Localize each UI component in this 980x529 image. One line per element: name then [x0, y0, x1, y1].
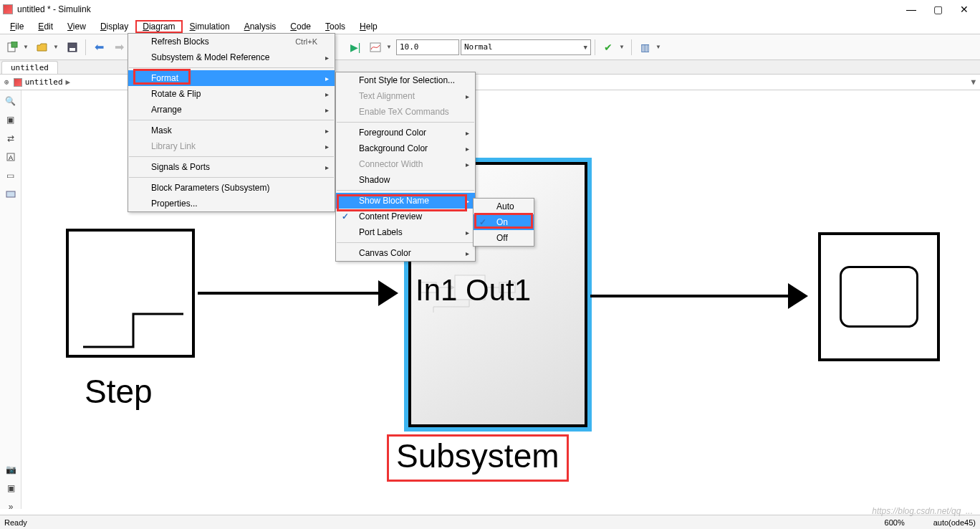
- toolbar-separator: [631, 39, 632, 55]
- subsystem-block-label[interactable]: Subsystem: [387, 434, 569, 482]
- zoom-tool-icon[interactable]: 🔍: [4, 95, 17, 108]
- menu-file[interactable]: File: [3, 20, 31, 33]
- simulation-mode-select[interactable]: Normal▼: [461, 39, 591, 55]
- step-block[interactable]: [66, 229, 195, 358]
- menu-code[interactable]: Code: [283, 20, 318, 33]
- svg-rect-7: [6, 191, 15, 197]
- menu-item-subsystem-model-reference[interactable]: Subsystem & Model Reference: [128, 49, 335, 65]
- image-tool-icon[interactable]: ▭: [4, 169, 17, 182]
- expand-panel-icon[interactable]: »: [4, 500, 17, 513]
- menu-item-canvas-color[interactable]: Canvas Color: [336, 245, 475, 261]
- menu-item-properties-[interactable]: Properties...: [128, 196, 335, 211]
- simulation-mode-label: Normal: [464, 42, 493, 52]
- simulation-time-input[interactable]: [396, 39, 459, 55]
- new-model-button[interactable]: [3, 38, 21, 57]
- window-controls: — ▢ ✕: [906, 4, 977, 15]
- menu-item-port-labels[interactable]: Port Labels: [336, 224, 475, 240]
- open-button[interactable]: [33, 38, 52, 57]
- minimize-button[interactable]: —: [906, 4, 916, 15]
- svg-rect-3: [69, 48, 75, 51]
- menu-display[interactable]: Display: [93, 20, 135, 33]
- statusbar: Ready 600% auto(ode45): [0, 515, 980, 529]
- menu-tools[interactable]: Tools: [318, 20, 352, 33]
- build-button[interactable]: ▥: [635, 38, 654, 57]
- camera-tool-icon[interactable]: 📷: [4, 463, 17, 476]
- show-block-name-submenu[interactable]: Auto✓OnOff: [473, 198, 534, 247]
- menu-help[interactable]: Help: [352, 20, 385, 33]
- menu-item-arrange[interactable]: Arrange: [128, 102, 335, 118]
- toolbar-separator: [595, 39, 595, 55]
- diagram-menu[interactable]: Refresh BlocksCtrl+KSubsystem & Model Re…: [128, 33, 335, 212]
- breadcrumb-model[interactable]: untitled: [25, 77, 63, 87]
- step-block-label[interactable]: Step: [85, 372, 153, 411]
- menu-analysis[interactable]: Analysis: [237, 20, 284, 33]
- arrowhead-icon: [378, 280, 398, 306]
- menubar[interactable]: FileEditViewDisplayDiagramSimulationAnal…: [0, 19, 980, 34]
- solver-label[interactable]: auto(ode45): [933, 518, 976, 527]
- step-forward-button[interactable]: ▶|: [346, 38, 365, 57]
- back-button[interactable]: ⬅: [90, 38, 108, 57]
- menu-item-rotate-flip[interactable]: Rotate & Flip: [128, 86, 335, 102]
- scope-screen-icon: [840, 266, 918, 328]
- status-text: Ready: [4, 518, 27, 527]
- breadcrumb-chevron-icon[interactable]: ▶: [66, 77, 71, 87]
- forward-button[interactable]: ➡: [110, 38, 128, 57]
- app-icon: [3, 4, 13, 14]
- check-model-button[interactable]: ✔: [599, 38, 618, 57]
- menu-item-background-color[interactable]: Background Color: [336, 140, 475, 156]
- menu-item-refresh-blocks[interactable]: Refresh BlocksCtrl+K: [128, 34, 335, 49]
- menu-item-font-style-for-selection-[interactable]: Font Style for Selection...: [336, 72, 475, 88]
- menu-item-show-block-name[interactable]: Show Block Name: [336, 193, 475, 209]
- menu-item-connector-width: Connector Width: [336, 156, 475, 172]
- annotation-tool-icon[interactable]: A: [4, 151, 17, 163]
- side-toolbar: 🔍 ▣ ⇄ A ▭: [0, 90, 21, 509]
- model-tab[interactable]: untitled: [1, 61, 58, 74]
- arrow-tool-icon[interactable]: ⇄: [4, 132, 17, 145]
- arrowhead-icon: [788, 283, 808, 309]
- new-dropdown-icon[interactable]: ▼: [23, 44, 32, 50]
- menu-diagram[interactable]: Diagram: [135, 20, 182, 33]
- menu-item-format[interactable]: Format: [128, 70, 335, 86]
- menu-item-mask[interactable]: Mask: [128, 123, 335, 138]
- scope-dropdown-icon[interactable]: ▼: [386, 44, 395, 50]
- maximize-button[interactable]: ▢: [933, 4, 943, 15]
- breadcrumb-root-icon[interactable]: ⊛: [4, 77, 9, 87]
- step-wave-icon: [83, 313, 183, 348]
- window-title: untitled * - Simulink: [17, 4, 91, 14]
- fit-tool-icon[interactable]: ▣: [4, 113, 17, 126]
- menu-item-shadow[interactable]: Shadow: [336, 172, 475, 188]
- breadcrumb-dropdown-icon[interactable]: ▼: [971, 77, 976, 87]
- signal-wire[interactable]: [198, 292, 391, 295]
- scope-block[interactable]: [818, 232, 940, 361]
- build-dropdown-icon[interactable]: ▼: [655, 44, 664, 50]
- scope-button[interactable]: [366, 38, 385, 57]
- save-button[interactable]: [63, 38, 82, 57]
- menu-item-block-parameters-subsystem-[interactable]: Block Parameters (Subsystem): [128, 180, 335, 196]
- subsystem-port-labels: In1 Out1: [415, 273, 531, 308]
- model-icon: [14, 78, 22, 87]
- signal-wire[interactable]: [590, 295, 804, 297]
- menu-item-library-link: Library Link: [128, 138, 335, 154]
- menu-item-auto[interactable]: Auto: [474, 199, 534, 214]
- svg-rect-1: [11, 42, 17, 47]
- menu-edit[interactable]: Edit: [31, 20, 60, 33]
- toolbar-separator: [85, 39, 86, 55]
- menu-view[interactable]: View: [60, 20, 93, 33]
- menu-item-signals-ports[interactable]: Signals & Ports: [128, 159, 335, 175]
- check-dropdown-icon[interactable]: ▼: [619, 44, 628, 50]
- menu-item-off[interactable]: Off: [474, 230, 534, 246]
- rectangle-tool-icon[interactable]: [4, 188, 17, 201]
- menu-simulation[interactable]: Simulation: [183, 20, 237, 33]
- menu-item-foreground-color[interactable]: Foreground Color: [336, 125, 475, 140]
- svg-text:A: A: [9, 154, 13, 161]
- watermark: https://blog.csdn.net/qq_...: [872, 506, 973, 516]
- menu-item-on[interactable]: ✓On: [474, 214, 534, 230]
- format-submenu[interactable]: Font Style for Selection...Text Alignmen…: [335, 72, 476, 262]
- close-button[interactable]: ✕: [960, 4, 969, 15]
- record-tool-icon[interactable]: ▣: [4, 482, 17, 495]
- zoom-level[interactable]: 600%: [885, 518, 905, 527]
- open-dropdown-icon[interactable]: ▼: [53, 44, 62, 50]
- menu-item-enable-tex-commands: Enable TeX Commands: [336, 104, 475, 120]
- menu-item-content-preview[interactable]: ✓Content Preview: [336, 209, 475, 224]
- bottom-side-toolbar: 📷 ▣ »: [0, 463, 21, 513]
